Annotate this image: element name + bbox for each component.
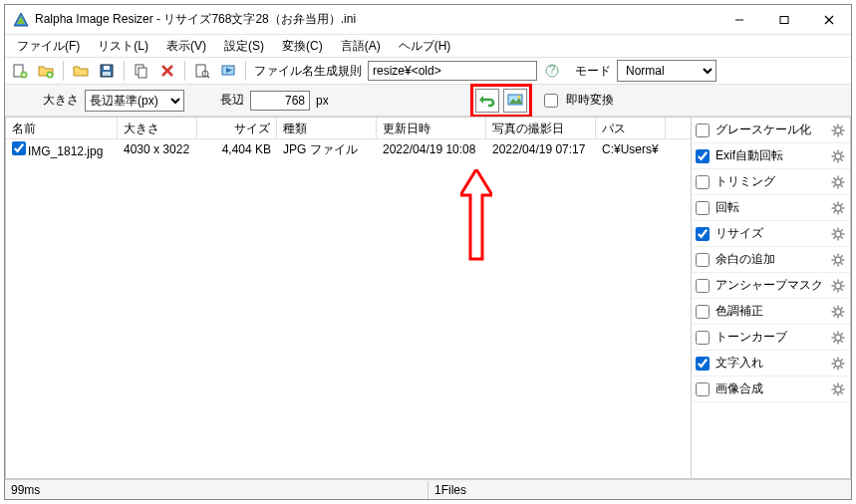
col-type[interactable]: 種類 <box>277 118 377 138</box>
filename-rule-input[interactable] <box>368 61 537 81</box>
col-path[interactable]: パス <box>596 118 666 138</box>
svg-rect-17 <box>139 68 146 78</box>
gear-icon[interactable] <box>830 330 846 346</box>
operation-checkbox[interactable] <box>696 357 710 371</box>
operation-label: Exif自動回転 <box>715 147 826 164</box>
svg-line-73 <box>833 229 835 231</box>
svg-line-85 <box>833 262 835 264</box>
svg-point-104 <box>835 335 841 341</box>
col-modified[interactable]: 更新日時 <box>377 118 486 138</box>
operation-label: 画像合成 <box>715 380 826 397</box>
copy-icon[interactable] <box>131 60 152 82</box>
operation-checkbox[interactable] <box>696 227 710 241</box>
gear-icon[interactable] <box>830 123 846 138</box>
menu-list[interactable]: リスト(L) <box>90 36 156 57</box>
gear-icon[interactable] <box>830 226 846 242</box>
svg-line-46 <box>833 151 835 153</box>
operation-label: トリミング <box>715 173 826 190</box>
instant-convert-checkbox[interactable] <box>544 94 558 108</box>
row-checkbox[interactable] <box>12 141 26 155</box>
menu-convert[interactable]: 変換(C) <box>274 36 331 57</box>
svg-line-83 <box>841 262 843 264</box>
filename-help-icon[interactable]: ? <box>541 60 563 82</box>
mode-select[interactable]: Normal <box>617 60 716 82</box>
minimize-button[interactable] <box>716 5 761 34</box>
svg-line-118 <box>833 359 835 361</box>
svg-line-92 <box>841 288 843 290</box>
operation-checkbox[interactable] <box>696 149 710 163</box>
svg-line-109 <box>833 333 835 335</box>
svg-line-119 <box>841 366 843 368</box>
size-basis-select[interactable]: 長辺基準(px) <box>85 90 184 112</box>
operation-4: リサイズ <box>692 221 850 247</box>
operation-label: 色調補正 <box>715 303 826 320</box>
operation-6: アンシャープマスク <box>692 273 850 299</box>
col-dimensions[interactable]: 大きさ <box>118 118 197 138</box>
menu-help[interactable]: ヘルプ(H) <box>391 36 459 57</box>
svg-line-57 <box>841 177 843 179</box>
operation-0: グレースケール化 <box>692 118 850 143</box>
add-folder-icon[interactable] <box>35 60 57 82</box>
svg-line-91 <box>833 281 835 283</box>
gear-icon[interactable] <box>830 200 846 216</box>
col-shot-date[interactable]: 写真の撮影日 <box>486 118 596 138</box>
gear-icon[interactable] <box>830 356 846 372</box>
list-item[interactable]: IMG_1812.jpg 4030 x 3022 4,404 KB JPG ファ… <box>6 139 691 159</box>
menu-language[interactable]: 言語(A) <box>333 36 389 57</box>
operation-1: Exif自動回転 <box>692 143 850 169</box>
svg-line-112 <box>833 340 835 342</box>
svg-line-111 <box>841 333 843 335</box>
svg-line-75 <box>841 229 843 231</box>
svg-line-127 <box>833 384 835 386</box>
run-icon[interactable] <box>217 60 239 82</box>
delete-icon[interactable] <box>156 60 178 82</box>
svg-line-103 <box>833 314 835 316</box>
gear-icon[interactable] <box>830 252 846 268</box>
operation-checkbox[interactable] <box>696 331 710 345</box>
menu-file[interactable]: ファイル(F) <box>9 36 88 57</box>
preview-icon[interactable] <box>191 60 213 82</box>
convert-preview-button[interactable] <box>503 89 527 113</box>
gear-icon[interactable] <box>830 381 846 397</box>
svg-line-65 <box>841 210 843 212</box>
status-files: 1Files <box>428 481 472 499</box>
close-button[interactable] <box>806 5 851 34</box>
svg-line-82 <box>833 255 835 257</box>
side-label: 長辺 <box>220 92 244 109</box>
operation-checkbox[interactable] <box>696 253 710 267</box>
svg-rect-3 <box>780 16 788 23</box>
maximize-button[interactable] <box>761 5 806 34</box>
operation-7: 色調補正 <box>692 299 850 325</box>
svg-line-128 <box>841 391 843 393</box>
size-input[interactable] <box>250 91 310 111</box>
gear-icon[interactable] <box>830 278 846 294</box>
operation-9: 文字入れ <box>692 351 850 377</box>
gear-icon[interactable] <box>830 174 846 190</box>
add-file-icon[interactable] <box>9 60 31 82</box>
col-name[interactable]: 名前 <box>6 118 118 138</box>
gear-icon[interactable] <box>830 148 846 164</box>
svg-line-48 <box>841 151 843 153</box>
menu-settings[interactable]: 設定(S) <box>216 36 272 57</box>
operation-checkbox[interactable] <box>696 175 710 189</box>
operation-checkbox[interactable] <box>696 201 710 215</box>
open-icon[interactable] <box>70 60 92 82</box>
filename-rule-label: ファイル名生成規則 <box>254 63 362 80</box>
operation-checkbox[interactable] <box>696 382 710 396</box>
svg-marker-27 <box>479 96 483 104</box>
col-size[interactable]: サイズ <box>197 118 277 138</box>
svg-point-50 <box>835 179 841 185</box>
operation-checkbox[interactable] <box>696 305 710 319</box>
svg-line-100 <box>833 307 835 309</box>
gear-icon[interactable] <box>830 304 846 320</box>
operation-checkbox[interactable] <box>696 279 710 293</box>
svg-line-67 <box>833 210 835 212</box>
svg-line-110 <box>841 340 843 342</box>
save-icon[interactable] <box>96 60 118 82</box>
operation-label: 文字入れ <box>715 355 826 372</box>
operation-2: トリミング <box>692 169 850 195</box>
operation-label: リサイズ <box>715 225 826 242</box>
menu-view[interactable]: 表示(V) <box>158 36 214 57</box>
operation-checkbox[interactable] <box>696 124 710 137</box>
convert-button[interactable] <box>475 89 499 113</box>
